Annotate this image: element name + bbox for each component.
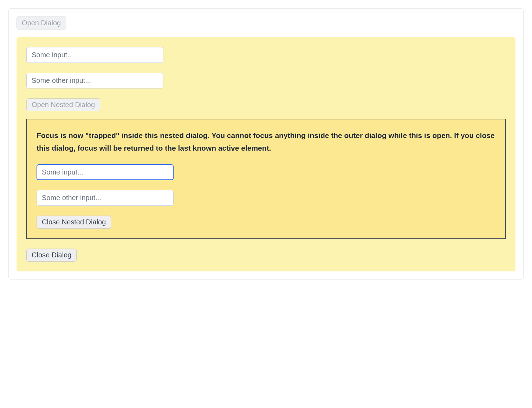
open-nested-dialog-button[interactable]: Open Nested Dialog	[26, 98, 100, 111]
demo-panel: Open Dialog Open Nested Dialog Focus is …	[8, 8, 524, 279]
outer-input-2[interactable]	[26, 73, 163, 88]
open-dialog-button[interactable]: Open Dialog	[17, 17, 66, 29]
nested-input-2[interactable]	[37, 190, 174, 206]
outer-input-1[interactable]	[26, 47, 163, 63]
close-nested-dialog-button[interactable]: Close Nested Dialog	[37, 216, 111, 229]
close-dialog-button[interactable]: Close Dialog	[26, 249, 77, 262]
close-dialog-wrap: Close Dialog	[26, 249, 506, 262]
nested-dialog-description: Focus is now "trapped" inside this neste…	[37, 129, 495, 154]
outer-dialog: Open Nested Dialog Focus is now "trapped…	[17, 37, 515, 271]
nested-input-1[interactable]	[37, 164, 174, 180]
nested-dialog: Focus is now "trapped" inside this neste…	[26, 119, 506, 239]
